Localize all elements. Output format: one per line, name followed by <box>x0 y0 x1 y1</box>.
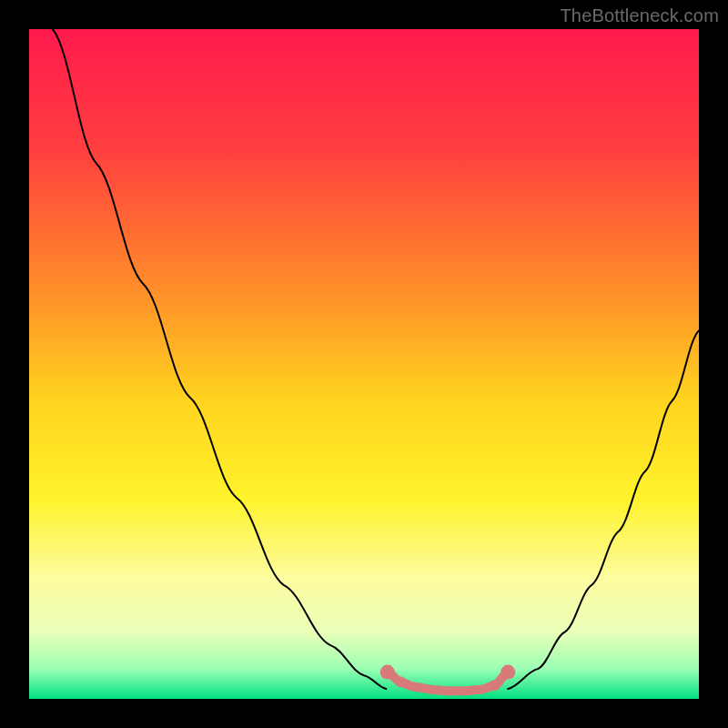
plot-area <box>29 29 699 699</box>
chart-frame: TheBottleneck.com <box>0 0 728 728</box>
series-valley-marker-dot <box>500 665 515 680</box>
series-valley-marker-dot <box>460 686 469 695</box>
chart-svg <box>29 29 699 699</box>
series-valley-marker-dot <box>410 682 419 692</box>
chart-background <box>29 29 699 699</box>
series-valley-marker-dot <box>477 685 486 694</box>
series-valley-marker-dot <box>443 686 452 695</box>
series-valley-marker-dot <box>380 665 395 680</box>
series-valley-marker-dot <box>427 685 436 694</box>
watermark-text: TheBottleneck.com <box>560 5 719 26</box>
series-valley-marker-dot <box>490 680 500 691</box>
series-valley-marker-dot <box>395 677 406 688</box>
